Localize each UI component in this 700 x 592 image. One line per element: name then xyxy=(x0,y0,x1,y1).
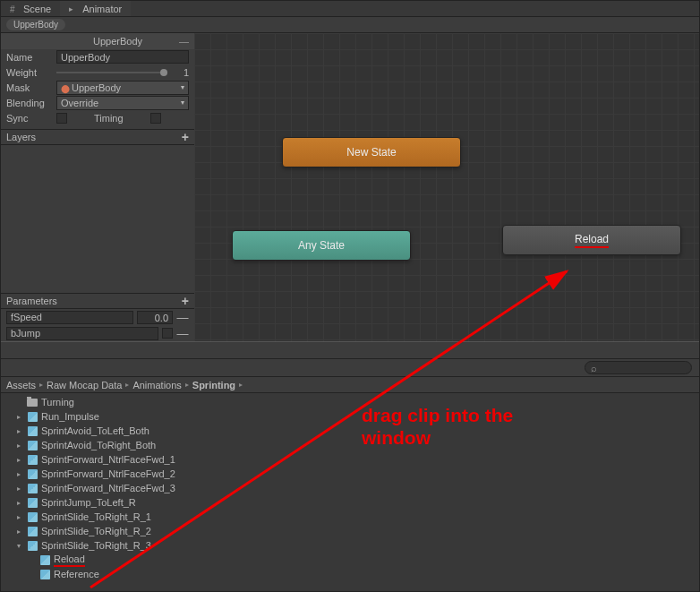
layers-label: Layers xyxy=(6,132,36,142)
param-row: bJump — xyxy=(1,325,194,341)
expand-arrow-icon[interactable]: ▸ xyxy=(17,442,26,450)
project-toolbar xyxy=(1,359,699,377)
parameters-label: Parameters xyxy=(6,296,57,306)
animator-graph[interactable]: New State Any State Reload xyxy=(194,33,699,341)
mask-select[interactable]: ⬤UpperBody xyxy=(56,81,189,95)
add-parameter-button[interactable]: + xyxy=(182,294,189,308)
tree-item-label: SprintAvoid_ToRight_Both xyxy=(41,440,156,450)
expand-arrow-icon[interactable]: ▸ xyxy=(17,456,26,464)
expand-arrow-icon[interactable]: ▸ xyxy=(17,485,26,493)
folder-icon xyxy=(27,399,38,407)
breadcrumb-item[interactable]: Assets xyxy=(6,380,36,390)
tree-item-label: SprintSlide_ToRight_R_3 xyxy=(41,540,151,551)
animation-clip-icon xyxy=(40,555,50,565)
annotation-text: drag clip into the window xyxy=(362,404,513,449)
param-name[interactable]: bJump xyxy=(6,327,158,340)
animation-clip-icon xyxy=(28,484,38,493)
animation-clip-icon xyxy=(28,541,38,551)
animation-clip-item[interactable]: Reload xyxy=(1,553,699,567)
scene-icon xyxy=(10,4,20,13)
tree-item-label: Turning xyxy=(41,397,74,408)
name-field[interactable]: UpperBody xyxy=(56,50,189,64)
animation-clip-item[interactable]: ▸SprintAvoid_ToRight_Both xyxy=(1,438,699,452)
expand-arrow-icon[interactable]: ▸ xyxy=(17,513,26,521)
animation-clip-icon xyxy=(28,455,38,465)
animation-clip-icon xyxy=(28,426,38,436)
animation-clip-item[interactable]: ▸SprintAvoid_ToLeft_Both xyxy=(1,424,699,438)
weight-label: Weight xyxy=(6,67,56,78)
state-node-any-state[interactable]: Any State xyxy=(232,230,411,261)
tree-item-label: Run_Impulse xyxy=(41,411,99,422)
animation-clip-item[interactable]: ▸SprintSlide_ToRight_R_2 xyxy=(1,524,699,538)
tab-scene-label: Scene xyxy=(23,4,51,14)
weight-value[interactable]: 1 xyxy=(171,67,189,78)
inspector-header: UpperBody — xyxy=(1,33,194,49)
animation-clip-icon xyxy=(28,441,38,450)
blending-label: Blending xyxy=(6,98,56,108)
collapse-icon[interactable]: — xyxy=(179,36,189,47)
inspector-title: UpperBody xyxy=(93,36,142,47)
project-search[interactable] xyxy=(585,361,692,374)
animation-clip-item[interactable]: ▸SprintSlide_ToRight_R_1 xyxy=(1,510,699,524)
sync-label: Sync xyxy=(6,113,56,124)
add-layer-button[interactable]: + xyxy=(182,130,189,144)
timing-label: Timing xyxy=(94,113,124,124)
timing-checkbox[interactable] xyxy=(150,113,161,124)
breadcrumb-item[interactable]: Animations xyxy=(132,380,181,390)
animation-clip-icon xyxy=(28,498,38,508)
breadcrumb-item[interactable]: Sprinting xyxy=(192,380,235,390)
main-area: UpperBody — Name UpperBody Weight 1 Mask… xyxy=(1,33,699,341)
mask-label: Mask xyxy=(6,82,56,93)
tab-animator-label: Animator xyxy=(82,4,122,14)
sync-checkbox[interactable] xyxy=(56,113,67,124)
layer-inspector: UpperBody — Name UpperBody Weight 1 Mask… xyxy=(1,33,194,125)
expand-arrow-icon[interactable]: ▸ xyxy=(17,499,26,507)
blending-select[interactable]: Override xyxy=(56,96,189,110)
animation-clip-item[interactable]: ▾SprintSlide_ToRight_R_3 xyxy=(1,538,699,553)
weight-slider[interactable] xyxy=(56,72,167,73)
animation-clip-icon xyxy=(28,412,38,422)
animation-clip-item[interactable]: ▸SprintForward_NtrlFaceFwd_3 xyxy=(1,481,699,495)
parameters-header: Parameters + xyxy=(1,293,194,309)
animation-clip-item[interactable]: ▸SprintForward_NtrlFaceFwd_2 xyxy=(1,467,699,481)
tab-scene[interactable]: Scene xyxy=(1,1,60,16)
param-value[interactable]: 0.0 xyxy=(137,311,173,324)
animation-clip-item[interactable]: Reference xyxy=(1,567,699,581)
expand-arrow-icon[interactable]: ▸ xyxy=(17,413,26,421)
expand-arrow-icon[interactable]: ▸ xyxy=(17,470,26,478)
remove-param-button[interactable]: — xyxy=(176,327,189,340)
animation-clip-icon xyxy=(40,570,50,579)
param-name[interactable]: fSpeed xyxy=(6,311,133,324)
animator-icon xyxy=(69,4,79,13)
animation-clip-item[interactable]: ▸Run_Impulse xyxy=(1,409,699,424)
node-label: New State xyxy=(346,146,396,159)
slider-thumb[interactable] xyxy=(160,69,167,76)
animation-clip-icon xyxy=(28,512,38,522)
state-node-reload[interactable]: Reload xyxy=(502,225,681,255)
tab-bar: Scene Animator xyxy=(1,1,699,17)
tree-item-label: Reference xyxy=(54,569,99,579)
expand-arrow-icon[interactable]: ▸ xyxy=(17,427,26,435)
state-node-new-state[interactable]: New State xyxy=(282,137,461,167)
param-bool-checkbox[interactable] xyxy=(162,328,173,339)
expand-arrow-icon[interactable]: ▾ xyxy=(17,542,26,550)
tree-item-label: SprintAvoid_ToLeft_Both xyxy=(41,425,149,436)
expand-arrow-icon[interactable]: ▸ xyxy=(17,528,26,536)
project-tree: Turning▸Run_Impulse▸SprintAvoid_ToLeft_B… xyxy=(1,393,699,585)
left-panel: UpperBody — Name UpperBody Weight 1 Mask… xyxy=(1,33,194,341)
breadcrumb-layer[interactable]: UpperBody xyxy=(6,19,65,30)
folder-item[interactable]: Turning xyxy=(1,395,699,409)
animation-clip-item[interactable]: ▸SprintJump_ToLeft_R xyxy=(1,495,699,510)
node-label: Any State xyxy=(298,239,345,252)
breadcrumb-item[interactable]: Raw Mocap Data xyxy=(47,380,122,390)
name-label: Name xyxy=(6,52,56,63)
tab-animator[interactable]: Animator xyxy=(60,1,131,16)
tree-item-label: SprintForward_NtrlFaceFwd_1 xyxy=(41,454,175,465)
animation-clip-icon xyxy=(28,469,38,479)
param-row: fSpeed 0.0 — xyxy=(1,309,194,325)
tree-item-label: SprintForward_NtrlFaceFwd_2 xyxy=(41,468,175,479)
remove-param-button[interactable]: — xyxy=(176,311,189,324)
animation-clip-item[interactable]: ▸SprintForward_NtrlFaceFwd_1 xyxy=(1,452,699,467)
project-breadcrumb: Assets▸ Raw Mocap Data▸ Animations▸ Spri… xyxy=(1,377,699,393)
panel-divider[interactable] xyxy=(1,341,699,359)
